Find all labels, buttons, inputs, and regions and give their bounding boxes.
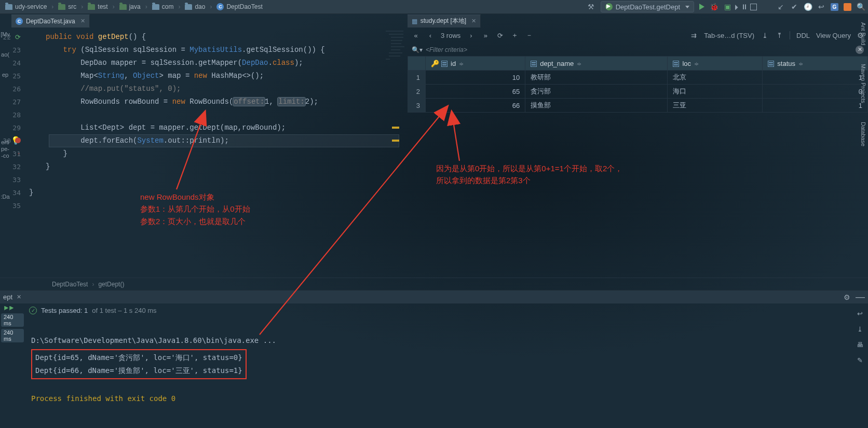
db-filter-row: 🔍▾ <Filter criteria> ✕ <box>408 43 868 56</box>
vcs-history-icon[interactable]: 🕘 <box>804 3 812 11</box>
rerun-icon[interactable]: ⯈⯈ <box>1 306 15 311</box>
search-icon[interactable]: 🔍▾ <box>412 46 423 53</box>
result-table[interactable]: 🔑id≑ dept_name≑ loc≑ status≑ 110教研部北京1 2… <box>408 56 868 113</box>
chevron-right-icon: › <box>113 3 115 10</box>
stop-icon[interactable] <box>750 4 757 10</box>
view-query-button[interactable]: View Query <box>816 32 851 39</box>
table-row[interactable]: 265贪污部海口0 <box>408 85 868 99</box>
dock-tab[interactable]: :Da <box>0 192 10 202</box>
debug-icon[interactable]: 🐞 <box>710 3 718 11</box>
filter-input[interactable]: <Filter criteria> <box>426 46 467 53</box>
breadcrumb-item[interactable]: dao <box>183 0 207 13</box>
test-folder-icon <box>88 4 95 10</box>
next-row-icon[interactable]: › <box>467 31 475 39</box>
vcs-update-icon[interactable]: ↙ <box>777 3 785 11</box>
warning-marker <box>392 127 399 129</box>
editor-bc-method[interactable]: getDept() <box>98 281 124 288</box>
run-main: ✓ Tests passed: 1 of 1 test – 1 s 240 ms… <box>25 303 851 428</box>
column-header-id[interactable]: 🔑id≑ <box>426 57 525 71</box>
tab-code[interactable]: C DeptDaoTest.java ✕ <box>11 15 90 27</box>
run-button-icon[interactable] <box>699 4 704 10</box>
editor-breadcrumb: DeptDaoTest › getDept() <box>0 278 868 290</box>
dock-tab-maven[interactable]: Maven Projects <box>859 61 866 106</box>
breadcrumb-item[interactable]: com <box>150 0 176 13</box>
tests-passed-icon: ✓ <box>29 307 37 314</box>
editor-tabs: C DeptDaoTest.java ✕ ▦ study.dept [本地] ✕ <box>0 14 868 27</box>
print-icon[interactable]: 🖶 <box>855 340 864 349</box>
upload-icon[interactable]: ⤒ <box>775 31 783 39</box>
sort-icon[interactable]: ≑ <box>798 61 803 67</box>
breadcrumb-item[interactable]: test <box>86 0 110 13</box>
close-icon[interactable]: ✕ <box>80 18 85 24</box>
dock-tab[interactable]: ertipe--co <box>1 137 10 161</box>
dock-tab[interactable]: ep <box>2 70 9 80</box>
run-tab-label[interactable]: ept <box>3 293 12 301</box>
close-icon[interactable]: ✕ <box>471 18 476 24</box>
tests-summary-label: of 1 test – 1 s 240 ms <box>92 307 156 314</box>
dock-tab-database[interactable]: Database <box>859 119 866 149</box>
class-icon: C <box>16 18 23 25</box>
tx-icon[interactable]: ⇉ <box>689 31 698 39</box>
first-row-icon[interactable]: « <box>412 31 420 39</box>
prev-row-icon[interactable]: ‹ <box>426 31 435 39</box>
navigation-bar: udy-service › src › test › java › com › … <box>0 0 868 14</box>
breadcrumb-item[interactable]: CDeptDaoTest <box>214 0 264 13</box>
folder-icon <box>185 4 192 10</box>
remove-row-icon[interactable]: － <box>525 31 533 39</box>
run-gutter-icon[interactable]: ⟳ <box>15 33 21 41</box>
google-icon[interactable]: G <box>831 3 838 11</box>
dock-tab-ant[interactable]: Ant Build <box>859 19 866 48</box>
db-toolbar: « ‹ 3 rows › » ⟳ ＋ － ⇉ Tab-se…d (TSV) ⤓ … <box>408 27 868 43</box>
coverage-icon[interactable]: ▣ <box>723 3 731 11</box>
dock-tab[interactable]: [My <box>0 30 10 39</box>
table-row[interactable]: 366摸鱼部三亚1 <box>408 99 868 113</box>
column-header-status[interactable]: status≑ <box>763 57 868 71</box>
chevron-right-icon: › <box>81 3 83 10</box>
vcs-revert-icon[interactable]: ↩ <box>817 3 825 11</box>
highlighted-output: Dept{id=65, dName='贪污部', loc='海口', statu… <box>31 349 247 379</box>
chevron-right-icon: › <box>145 3 147 10</box>
tab-label: study.dept [本地] <box>421 17 466 25</box>
plugin-icon[interactable] <box>844 3 851 11</box>
folder-icon <box>5 4 12 10</box>
breadcrumb-item[interactable]: java <box>117 0 143 13</box>
last-row-icon[interactable]: » <box>481 31 490 39</box>
tab-database[interactable]: ▦ study.dept [本地] ✕ <box>408 15 481 27</box>
minimize-icon[interactable]: — <box>856 292 865 302</box>
tests-passed-label: Tests passed: 1 <box>41 307 88 314</box>
run-config-combo[interactable]: ⯈ DeptDaoTest.getDept <box>601 1 694 12</box>
editor-bc-class[interactable]: DeptDaoTest <box>52 281 88 288</box>
run-toolwindow-header: ept ✕ ⚙ — <box>0 290 868 303</box>
gear-icon[interactable]: ⚙ <box>844 293 850 301</box>
sort-icon[interactable]: ≑ <box>577 61 581 67</box>
sort-icon[interactable]: ≑ <box>694 61 699 67</box>
vcs-commit-icon[interactable]: ✔ <box>790 3 798 11</box>
download-icon[interactable]: ⤓ <box>761 31 769 39</box>
code-editor[interactable]: 22 ⟳ 232425262728 29 💡 30 ↑ 3132333435 p… <box>0 27 408 278</box>
breadcrumb-item[interactable]: udy-service <box>3 0 49 13</box>
add-row-icon[interactable]: ＋ <box>510 31 519 39</box>
run-left-gutter: ⯈⯈ 240 ms 240 ms <box>0 303 25 428</box>
primary-key-icon: 🔑 <box>431 60 439 67</box>
breadcrumb-label: dao <box>195 3 205 10</box>
breadcrumb-label: udy-service <box>15 3 47 10</box>
error-gutter-icon[interactable] <box>15 137 21 143</box>
ddl-button[interactable]: DDL <box>796 32 810 39</box>
close-icon[interactable]: ✕ <box>17 294 21 300</box>
reload-icon[interactable]: ⟳ <box>496 31 504 39</box>
dock-tab[interactable]: ao( <box>1 50 10 60</box>
build-icon[interactable]: ⚒ <box>587 3 595 11</box>
output-format-combo[interactable]: Tab-se…d (TSV) <box>704 32 754 39</box>
soft-wrap-icon[interactable]: ↩ <box>855 309 864 318</box>
console-output[interactable]: D:\Software\Development\Java\Java1.8.60\… <box>25 317 851 428</box>
code-area[interactable]: public void getDept() { try (SqlSession … <box>25 27 408 278</box>
scroll-to-end-icon[interactable]: ⤓ <box>855 324 864 334</box>
sort-icon[interactable]: ≑ <box>459 61 464 67</box>
search-everywhere-icon[interactable]: 🔍 <box>857 3 865 11</box>
column-header-loc[interactable]: loc≑ <box>668 57 763 71</box>
breadcrumb-item[interactable]: src <box>56 0 78 13</box>
table-row[interactable]: 110教研部北京1 <box>408 71 868 85</box>
clear-icon[interactable]: ✎ <box>855 355 864 365</box>
attach-icon[interactable]: ⏵⏸ <box>737 3 745 11</box>
column-header-dept-name[interactable]: dept_name≑ <box>525 57 668 71</box>
